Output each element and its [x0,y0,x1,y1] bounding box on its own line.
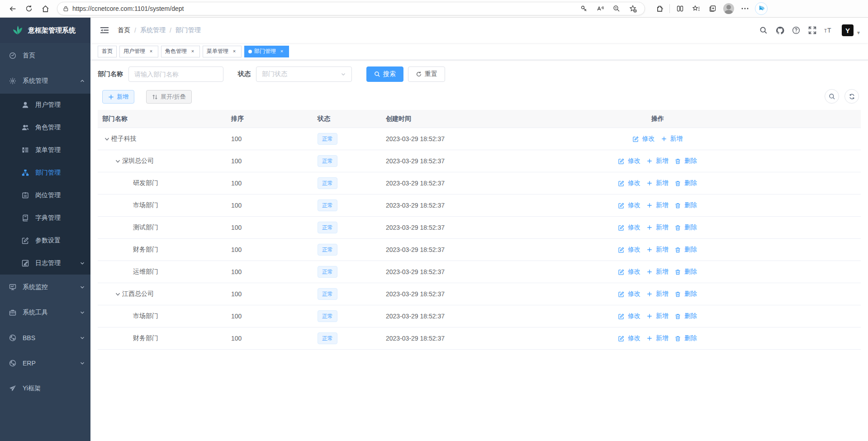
edit-link[interactable]: 修改 [618,179,640,187]
sidebar-item-日志管理[interactable]: 日志管理 [0,252,90,275]
profile-avatar[interactable] [722,2,735,15]
close-icon[interactable]: × [279,48,285,55]
delete-link[interactable]: 删除 [675,290,697,298]
close-icon[interactable]: × [148,48,154,55]
sidebar-item-菜单管理[interactable]: 菜单管理 [0,139,90,161]
url-text[interactable]: https://ccnetcore.com:1101/system/dept [72,5,576,12]
add-link[interactable]: 新增 [647,312,669,320]
delete-link[interactable]: 删除 [675,312,697,320]
add-link[interactable]: 新增 [647,223,669,232]
add-link[interactable]: 新增 [647,334,669,342]
font-size-icon[interactable]: TT [822,24,835,37]
sidebar-item-部门管理[interactable]: 部门管理 [0,161,90,184]
sidebar-item-系统管理[interactable]: 系统管理 [0,68,90,94]
tab-角色管理[interactable]: 角色管理× [161,46,200,57]
reset-button[interactable]: 重置 [408,66,445,82]
sidebar-item-label: 字典管理 [35,214,85,222]
sidebar-item-岗位管理[interactable]: 岗位管理 [0,184,90,207]
search-button[interactable]: 搜索 [366,66,403,82]
expand-collapse-button[interactable]: 展开/折叠 [146,90,192,104]
add-link[interactable]: 新增 [647,157,669,165]
app-logo[interactable]: 意框架管理系统 [0,18,90,43]
tab-菜单管理[interactable]: 菜单管理× [203,46,242,57]
edit-link[interactable]: 修改 [618,312,640,320]
expand-caret-icon[interactable] [113,289,122,299]
sidebar-item-BBS[interactable]: BBS [0,325,90,351]
sidebar-item-角色管理[interactable]: 角色管理 [0,116,90,139]
bing-chat-icon[interactable] [754,2,768,15]
favorites-bar-icon[interactable] [689,2,703,15]
zoom-out-icon[interactable] [610,2,623,15]
breadcrumb-item[interactable]: 首页 [118,26,130,34]
delete-link[interactable]: 删除 [675,179,697,187]
split-screen-icon[interactable] [673,2,687,15]
op-label: 删除 [684,290,697,298]
edit-link[interactable]: 修改 [618,246,640,254]
extensions-icon[interactable] [653,2,666,15]
fullscreen-icon[interactable] [806,24,819,37]
user-logo[interactable]: Y [842,24,854,36]
delete-link[interactable]: 删除 [675,223,697,232]
expand-caret-icon[interactable] [102,134,111,143]
delete-link[interactable]: 删除 [675,157,697,165]
home-icon[interactable] [38,2,52,15]
op-edit-icon [618,247,626,253]
help-icon[interactable] [789,24,803,37]
status-select[interactable]: 部门状态 [256,66,352,82]
edit-link[interactable]: 修改 [618,334,640,342]
chevron-down-icon [80,360,85,366]
sidebar-item-用户管理[interactable]: 用户管理 [0,94,90,116]
op-plus-icon [647,291,654,297]
back-icon[interactable] [6,2,19,15]
refresh-icon[interactable] [22,2,36,15]
collections-icon[interactable] [706,2,719,15]
tab-首页[interactable]: 首页 [98,46,117,57]
add-button[interactable]: 新增 [102,90,134,104]
close-icon[interactable]: × [231,48,237,55]
add-link[interactable]: 新增 [647,246,669,254]
add-link[interactable]: 新增 [661,135,683,143]
edit-link[interactable]: 修改 [618,201,640,209]
add-link[interactable]: 新增 [647,201,669,209]
sidebar-collapse-icon[interactable] [98,24,111,37]
github-icon[interactable] [773,24,787,37]
sidebar-item-字典管理[interactable]: 字典管理 [0,207,90,229]
dept-name-input[interactable] [134,71,218,78]
operations-box: 修改新增删除 [609,334,706,342]
add-link[interactable]: 新增 [647,290,669,298]
order-cell: 100 [227,290,313,298]
delete-link[interactable]: 删除 [675,201,697,209]
add-link[interactable]: 新增 [647,268,669,276]
sidebar-item-系统监控[interactable]: 系统监控 [0,275,90,300]
sidebar-item-ERP[interactable]: ERP [0,351,90,376]
sidebar-item-Yi框架[interactable]: Yi框架 [0,376,90,401]
delete-link[interactable]: 删除 [675,246,697,254]
expand-caret-icon[interactable] [113,156,122,166]
close-icon[interactable]: × [190,48,196,55]
url-bar[interactable]: https://ccnetcore.com:1101/system/dept [57,2,645,15]
delete-link[interactable]: 删除 [675,268,697,276]
more-menu-icon[interactable] [738,2,752,15]
table-refresh-icon[interactable] [844,89,859,104]
caret-down-icon[interactable]: ▼ [856,30,861,35]
read-aloud-icon[interactable] [593,2,607,15]
sidebar-item-参数设置[interactable]: 参数设置 [0,229,90,252]
tab-用户管理[interactable]: 用户管理× [119,46,158,57]
sidebar-item-首页[interactable]: 首页 [0,43,90,68]
edit-link[interactable]: 修改 [618,268,640,276]
table-row: 市场部门100正常2023-03-29 18:52:37修改新增删除 [98,305,861,327]
add-favorite-icon[interactable] [626,2,640,15]
add-link[interactable]: 新增 [647,179,669,187]
delete-link[interactable]: 删除 [675,334,697,342]
edit-link[interactable]: 修改 [633,135,655,143]
sidebar-item-系统工具[interactable]: 系统工具 [0,300,90,325]
tab-部门管理[interactable]: 部门管理× [244,46,289,57]
key-icon[interactable] [577,2,591,15]
edit-link[interactable]: 修改 [618,290,640,298]
table-search-toggle-icon[interactable] [825,89,839,104]
search-icon[interactable] [757,24,770,37]
edit-link[interactable]: 修改 [618,157,640,165]
edit-link[interactable]: 修改 [618,223,640,232]
lock-icon[interactable] [63,5,69,12]
status-cell: 正常 [313,133,381,145]
